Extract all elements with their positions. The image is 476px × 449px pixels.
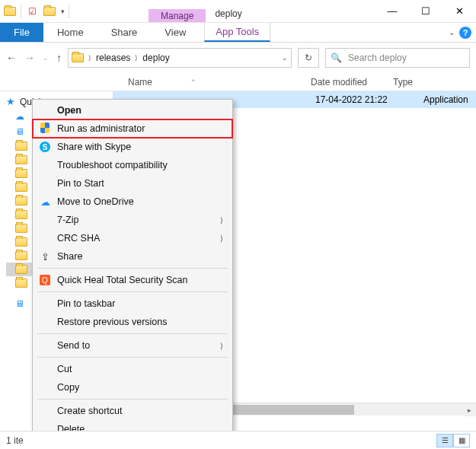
menu-crc-sha[interactable]: CRC SHA⟩ bbox=[33, 229, 232, 247]
qat-folder-icon[interactable] bbox=[2, 3, 18, 20]
details-view-button[interactable]: ☰ bbox=[436, 434, 453, 447]
folder-icon bbox=[15, 210, 27, 219]
breadcrumb-releases[interactable]: releases bbox=[96, 53, 130, 63]
folder-icon bbox=[15, 183, 27, 192]
address-folder-icon bbox=[72, 53, 84, 62]
menu-separator bbox=[37, 333, 228, 334]
help-icon[interactable]: ? bbox=[459, 27, 471, 39]
search-icon: 🔍 bbox=[331, 53, 342, 63]
menu-copy[interactable]: Copy bbox=[33, 378, 232, 396]
qat-newfolder-icon[interactable] bbox=[41, 3, 58, 20]
navigation-row: ← → ⌄ ↑ ⟩ releases ⟩ deploy ⌄ ↻ 🔍 bbox=[0, 43, 476, 73]
tab-share[interactable]: Share bbox=[97, 23, 152, 42]
back-button[interactable]: ← bbox=[6, 52, 17, 64]
icons-view-button[interactable]: ▦ bbox=[453, 434, 470, 447]
address-bar[interactable]: ⟩ releases ⟩ deploy ⌄ bbox=[68, 48, 292, 68]
onedrive-icon: ☁ bbox=[39, 196, 51, 208]
menu-share-with-skype[interactable]: S Share with Skype bbox=[33, 138, 232, 156]
folder-icon bbox=[15, 196, 27, 205]
folder-icon bbox=[15, 237, 27, 247]
maximize-button[interactable]: ☐ bbox=[409, 1, 442, 22]
tab-app-tools[interactable]: App Tools bbox=[204, 23, 270, 42]
scroll-right-button[interactable]: ▸ bbox=[463, 403, 476, 416]
file-type: Application bbox=[423, 94, 468, 105]
address-dropdown-icon[interactable]: ⌄ bbox=[282, 54, 288, 62]
forward-button[interactable]: → bbox=[24, 52, 35, 64]
menu-share[interactable]: ⇪ Share bbox=[33, 247, 232, 266]
chevron-right-icon[interactable]: ⟩ bbox=[88, 54, 91, 62]
menu-separator bbox=[37, 357, 228, 358]
qat-customize-dropdown[interactable]: ▾ bbox=[59, 3, 66, 20]
context-menu: Open Run as administrator S Share with S… bbox=[32, 99, 233, 449]
title-bar: ☑ ▾ Manage deploy — ☐ ✕ bbox=[0, 0, 476, 23]
folder-icon bbox=[15, 265, 27, 274]
skype-icon: S bbox=[39, 142, 51, 153]
menu-create-shortcut[interactable]: Create shortcut bbox=[33, 402, 232, 420]
folder-icon bbox=[15, 279, 27, 288]
breadcrumb-deploy[interactable]: deploy bbox=[142, 53, 169, 63]
chevron-right-icon: ⟩ bbox=[220, 342, 223, 350]
folder-icon bbox=[15, 224, 27, 233]
quick-access-toolbar: ☑ ▾ bbox=[0, 0, 72, 22]
menu-restore-previous-versions[interactable]: Restore previous versions bbox=[33, 313, 232, 331]
menu-separator bbox=[37, 291, 228, 292]
up-button[interactable]: ↑ bbox=[56, 52, 62, 64]
status-bar: 1 ite ☰ ▦ bbox=[0, 431, 476, 449]
item-count: 1 ite bbox=[6, 435, 24, 446]
title-tabs: Manage deploy bbox=[72, 0, 375, 22]
share-icon: ⇪ bbox=[39, 251, 51, 263]
column-date-modified[interactable]: Date modified bbox=[311, 77, 393, 88]
menu-troubleshoot-compatibility[interactable]: Troubleshoot compatibility bbox=[33, 156, 232, 174]
menu-pin-to-taskbar[interactable]: Pin to taskbar bbox=[33, 295, 232, 313]
star-icon: ★ bbox=[6, 96, 15, 107]
column-headers: Name ⌃ Date modified Type bbox=[0, 73, 476, 91]
minimize-button[interactable]: — bbox=[375, 1, 409, 22]
file-date: 17-04-2022 21:22 bbox=[315, 94, 388, 105]
menu-separator bbox=[37, 268, 228, 269]
quickheal-icon: Q bbox=[39, 275, 51, 286]
search-input[interactable] bbox=[347, 52, 465, 64]
contextual-tab-manage[interactable]: Manage bbox=[149, 9, 206, 22]
recent-locations-dropdown[interactable]: ⌄ bbox=[43, 54, 49, 62]
menu-move-to-onedrive[interactable]: ☁ Move to OneDrive bbox=[33, 193, 232, 211]
folder-icon bbox=[15, 251, 27, 260]
folder-icon bbox=[15, 142, 27, 151]
menu-pin-to-start[interactable]: Pin to Start bbox=[33, 174, 232, 193]
refresh-button[interactable]: ↻ bbox=[298, 48, 319, 68]
folder-icon bbox=[15, 155, 27, 164]
chevron-right-icon: ⟩ bbox=[220, 216, 223, 224]
monitor-icon: 🖥 bbox=[15, 126, 24, 137]
monitor-icon: 🖥 bbox=[15, 298, 24, 309]
onedrive-icon: ☁ bbox=[15, 111, 24, 122]
window-controls: — ☐ ✕ bbox=[375, 0, 476, 22]
tab-file[interactable]: File bbox=[0, 23, 43, 42]
menu-7zip[interactable]: 7-Zip⟩ bbox=[33, 211, 232, 229]
column-name[interactable]: Name bbox=[128, 77, 152, 88]
chevron-right-icon[interactable]: ⟩ bbox=[135, 54, 138, 62]
chevron-right-icon: ⟩ bbox=[220, 234, 223, 243]
ribbon-expand-icon[interactable]: ⌄ bbox=[449, 28, 455, 37]
column-type[interactable]: Type bbox=[393, 77, 476, 88]
menu-send-to[interactable]: Send to⟩ bbox=[33, 336, 232, 355]
menu-quick-heal-scan[interactable]: Q Quick Heal Total Security Scan bbox=[33, 271, 232, 289]
tab-view[interactable]: View bbox=[151, 23, 200, 42]
folder-icon bbox=[15, 169, 27, 178]
window-title: deploy bbox=[206, 5, 251, 22]
menu-run-as-administrator[interactable]: Run as administrator bbox=[33, 119, 232, 138]
shield-icon bbox=[39, 123, 51, 135]
tab-home[interactable]: Home bbox=[43, 23, 97, 42]
close-button[interactable]: ✕ bbox=[442, 1, 476, 22]
menu-separator bbox=[37, 399, 228, 400]
ribbon-tabs: File Home Share View App Tools ⌄ ? bbox=[0, 23, 476, 43]
menu-open[interactable]: Open bbox=[33, 101, 232, 119]
qat-properties-icon[interactable]: ☑ bbox=[24, 3, 40, 20]
menu-cut[interactable]: Cut bbox=[33, 360, 232, 378]
sort-indicator-icon: ⌃ bbox=[190, 78, 196, 86]
search-box[interactable]: 🔍 bbox=[325, 48, 470, 68]
